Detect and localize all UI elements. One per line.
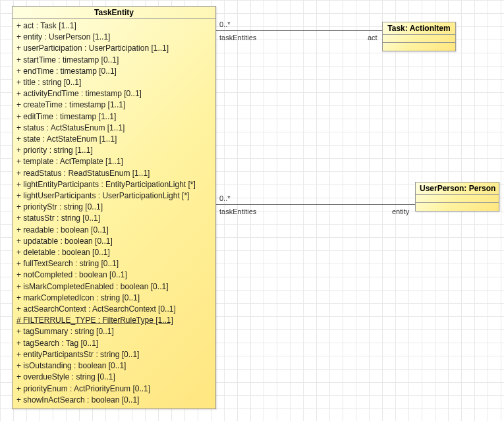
class-taskentity-attr: + isOutstanding : boolean [0..1] bbox=[16, 360, 213, 372]
class-taskentity-attr: + deletable : boolean [0..1] bbox=[16, 247, 213, 258]
class-taskentity-attr: # FILTERRULE_TYPE : FilterRuleType [1..1… bbox=[16, 315, 213, 326]
class-taskentity-attr: + statusStr : string [0..1] bbox=[16, 213, 213, 224]
class-taskentity-attr: + priority : string [1..1] bbox=[16, 145, 213, 156]
class-taskentity-attr: + isMarkCompletedEnabled : boolean [0..1… bbox=[16, 281, 213, 293]
class-taskentity-attr: + editTime : timestamp [1..1] bbox=[16, 111, 213, 123]
assoc-userperson-right-role: entity bbox=[392, 208, 409, 215]
class-task[interactable]: Task: ActionItem bbox=[382, 22, 456, 51]
class-taskentity-attr: + startTime : timestamp [0..1] bbox=[16, 55, 213, 66]
class-taskentity[interactable]: TaskEntity + act : Task [1..1]+ entity :… bbox=[12, 6, 216, 409]
class-taskentity-attr: + title : string [0..1] bbox=[16, 77, 213, 88]
class-taskentity-attr: + readable : boolean [0..1] bbox=[16, 225, 213, 236]
class-taskentity-attr: + entity : UserPerson [1..1] bbox=[16, 32, 213, 43]
class-taskentity-attr: + actSearchContext : ActSearchContext [0… bbox=[16, 304, 213, 315]
class-taskentity-attr: + state : ActStateEnum [1..1] bbox=[16, 134, 213, 145]
diagram-canvas[interactable]: 0..* taskEntities act 0..* taskEntities … bbox=[0, 0, 504, 421]
class-userperson-title: UserPerson: Person bbox=[416, 182, 499, 195]
assoc-task-right-role: act bbox=[368, 34, 378, 42]
class-taskentity-attr: + lightUserParticipants : UserParticipat… bbox=[16, 190, 213, 202]
class-userperson-bottom-compartment bbox=[416, 203, 499, 211]
class-taskentity-attr: + lightEntityParticipants : EntityPartic… bbox=[16, 179, 213, 190]
class-taskentity-attr: + markCompletedIcon : string [0..1] bbox=[16, 293, 213, 304]
class-taskentity-attr: + readStatus : ReadStatusEnum [1..1] bbox=[16, 168, 213, 179]
class-taskentity-attr: + template : ActTemplate [1..1] bbox=[16, 156, 213, 167]
assoc-task-left-mult: 0..* bbox=[219, 20, 231, 28]
association-userperson[interactable] bbox=[215, 204, 415, 205]
class-taskentity-attr: + activityEndTime : timestamp [0..1] bbox=[16, 88, 213, 99]
class-taskentity-attr: + fullTextSearch : string [0..1] bbox=[16, 258, 213, 269]
class-taskentity-attr: + userParticipation : UserParticipation … bbox=[16, 43, 213, 54]
class-taskentity-attr: + notCompleted : boolean [0..1] bbox=[16, 269, 213, 281]
assoc-task-left-role: taskEntities bbox=[219, 34, 256, 42]
assoc-userperson-left-role: taskEntities bbox=[219, 208, 256, 215]
class-task-title: Task: ActionItem bbox=[383, 22, 455, 35]
class-taskentity-attr: + tagSummary : string [0..1] bbox=[16, 326, 213, 337]
class-taskentity-title: TaskEntity bbox=[13, 7, 215, 19]
class-taskentity-attr: + updatable : boolean [0..1] bbox=[16, 236, 213, 247]
class-taskentity-attr: + overdueStyle : string [0..1] bbox=[16, 372, 213, 383]
class-task-bottom-compartment bbox=[383, 43, 455, 51]
association-task[interactable] bbox=[215, 30, 382, 31]
class-taskentity-attr: + status : ActStatusEnum [1..1] bbox=[16, 123, 213, 134]
class-taskentity-attr: + endTime : timestamp [0..1] bbox=[16, 66, 213, 77]
class-taskentity-attr: + tagSearch : Tag [0..1] bbox=[16, 338, 213, 349]
class-task-empty-compartment bbox=[383, 35, 455, 43]
assoc-userperson-left-mult: 0..* bbox=[219, 194, 231, 202]
class-userperson[interactable]: UserPerson: Person bbox=[415, 182, 499, 211]
class-taskentity-attr: + showInActSearch : boolean [0..1] bbox=[16, 395, 213, 406]
class-taskentity-attr: + priorityEnum : ActPriorityEnum [0..1] bbox=[16, 383, 213, 395]
class-taskentity-attr: + createTime : timestamp [1..1] bbox=[16, 99, 213, 111]
class-taskentity-attr: + entityParticipantsStr : string [0..1] bbox=[16, 349, 213, 360]
class-taskentity-attr: + priorityStr : string [0..1] bbox=[16, 202, 213, 213]
class-taskentity-attr: + act : Task [1..1] bbox=[16, 20, 213, 32]
class-taskentity-attrs: + act : Task [1..1]+ entity : UserPerson… bbox=[13, 19, 215, 408]
class-userperson-empty-compartment bbox=[416, 195, 499, 203]
